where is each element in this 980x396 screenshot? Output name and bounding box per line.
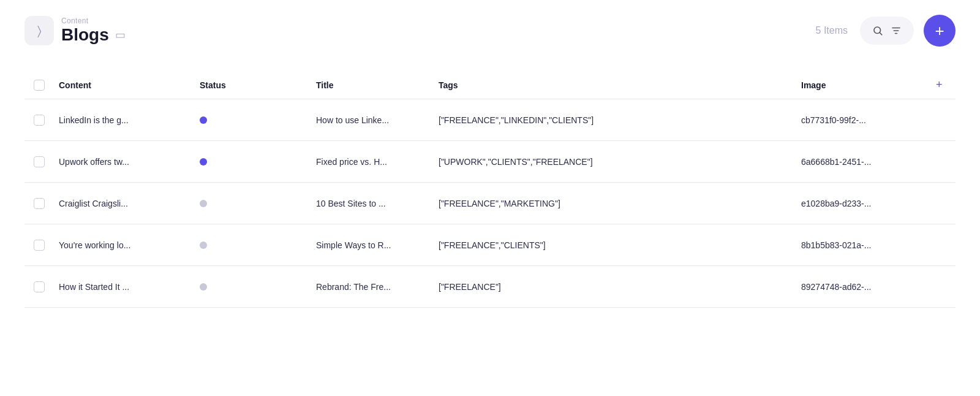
status-dot (200, 200, 207, 207)
row-title: 10 Best Sites to ... (311, 199, 434, 208)
search-filter-button[interactable] (860, 17, 914, 45)
row-image: 6a6668b1-2451-... (796, 157, 931, 167)
page-title-row: Blogs ▭ (61, 25, 126, 45)
data-table: Content Status Title Tags Image + Linked… (24, 71, 956, 308)
table-body: LinkedIn is the g... How to use Linke...… (24, 99, 956, 308)
header-checkbox-cell[interactable] (24, 80, 54, 91)
svg-line-1 (880, 32, 881, 34)
row-title: Simple Ways to R... (311, 240, 434, 250)
row-title: How to use Linke... (311, 115, 434, 125)
page-header: 〉 Content Blogs ▭ 5 Items (24, 15, 956, 47)
table-row[interactable]: LinkedIn is the g... How to use Linke...… (24, 99, 956, 141)
row-checkbox-cell[interactable] (24, 115, 54, 126)
row-checkbox-cell[interactable] (24, 240, 54, 251)
page-icon-wrapper: 〉 (24, 16, 54, 45)
header-content: Content (54, 80, 195, 90)
row-content: How it Started It ... (54, 282, 195, 292)
row-checkbox-cell[interactable] (24, 281, 54, 292)
row-tags: ["FREELANCE"] (434, 282, 796, 292)
status-dot (200, 242, 207, 249)
row-title: Fixed price vs. H... (311, 157, 434, 167)
table-row[interactable]: Upwork offers tw... Fixed price vs. H...… (24, 141, 956, 183)
row-content: Craiglist Craigsli... (54, 199, 195, 208)
table-header: Content Status Title Tags Image + (24, 71, 956, 99)
row-tags: ["FREELANCE","LINKEDIN","CLIENTS"] (434, 115, 796, 125)
row-checkbox[interactable] (34, 281, 45, 292)
table-row[interactable]: How it Started It ... Rebrand: The Fre..… (24, 266, 956, 308)
row-tags: ["UPWORK","CLIENTS","FREELANCE"] (434, 157, 796, 167)
search-icon (872, 25, 883, 36)
row-content: LinkedIn is the g... (54, 115, 195, 125)
row-image: e1028ba9-d233-... (796, 199, 931, 208)
row-image: 89274748-ad62-... (796, 282, 931, 292)
row-tags: ["FREELANCE","MARKETING"] (434, 199, 796, 208)
row-status (195, 158, 311, 166)
status-dot (200, 116, 207, 124)
header-right: 5 Items + (816, 15, 956, 47)
breadcrumb: Content (61, 17, 126, 25)
header-title: Title (311, 80, 434, 90)
row-checkbox[interactable] (34, 198, 45, 209)
row-content: You're working lo... (54, 240, 195, 250)
items-count: 5 Items (816, 25, 848, 36)
add-button[interactable]: + (924, 15, 956, 47)
table-row[interactable]: You're working lo... Simple Ways to R...… (24, 224, 956, 266)
row-content: Upwork offers tw... (54, 157, 195, 167)
header-tags: Tags (434, 80, 796, 90)
row-checkbox[interactable] (34, 240, 45, 251)
add-column-button[interactable]: + (931, 78, 956, 91)
row-status (195, 242, 311, 249)
filter-icon (891, 25, 902, 36)
row-checkbox-cell[interactable] (24, 198, 54, 209)
row-status (195, 283, 311, 291)
status-dot (200, 283, 207, 291)
row-checkbox[interactable] (34, 156, 45, 167)
row-status (195, 200, 311, 207)
label-icon: 〉 (37, 24, 42, 38)
row-tags: ["FREELANCE","CLIENTS"] (434, 240, 796, 250)
table-row[interactable]: Craiglist Craigsli... 10 Best Sites to .… (24, 183, 956, 224)
bookmark-icon[interactable]: ▭ (115, 28, 126, 42)
select-all-checkbox[interactable] (34, 80, 45, 91)
row-image: cb7731f0-99f2-... (796, 115, 931, 125)
header-image: Image (796, 80, 931, 90)
header-left: 〉 Content Blogs ▭ (24, 16, 126, 45)
row-checkbox[interactable] (34, 115, 45, 126)
row-checkbox-cell[interactable] (24, 156, 54, 167)
status-dot (200, 158, 207, 166)
row-title: Rebrand: The Fre... (311, 282, 434, 292)
header-status: Status (195, 80, 311, 90)
row-image: 8b1b5b83-021a-... (796, 240, 931, 250)
add-column-icon[interactable]: + (936, 78, 945, 91)
page-title: Blogs (61, 25, 109, 45)
row-status (195, 116, 311, 124)
title-group: Content Blogs ▭ (61, 17, 126, 45)
